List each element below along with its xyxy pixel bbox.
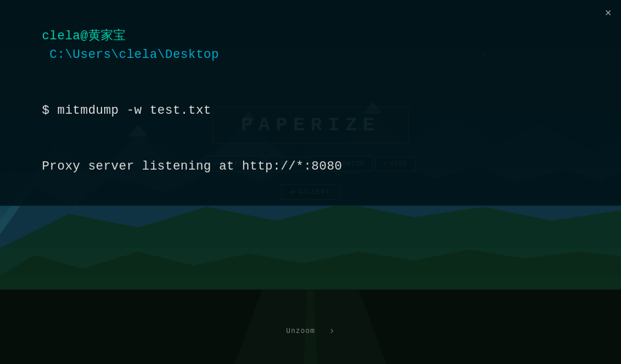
bottom-nav-arrow: ›: [329, 325, 335, 336]
terminal-close-button[interactable]: ×: [605, 7, 611, 19]
terminal-caret: $: [42, 103, 50, 117]
terminal-window: clela@黄家宝 C:\Users\clela\Desktop $ mitmd…: [0, 0, 621, 206]
terminal-output-line: Proxy server listening at http://*:8080: [11, 139, 610, 194]
bottom-nav: Unzoom ›: [286, 325, 335, 336]
terminal-command: mitmdump -w test.txt: [50, 103, 211, 117]
terminal-prompt-user: clela@黄家宝: [42, 29, 126, 43]
bottom-nav-unzoom[interactable]: Unzoom: [286, 327, 315, 335]
terminal-line-2: $ mitmdump -w test.txt: [11, 83, 610, 139]
terminal-line-1: clela@黄家宝 C:\Users\clela\Desktop: [11, 8, 610, 83]
terminal-prompt-path: C:\Users\clela\Desktop: [42, 48, 219, 61]
terminal-output-text: Proxy server listening at http://*:8080: [42, 159, 342, 173]
